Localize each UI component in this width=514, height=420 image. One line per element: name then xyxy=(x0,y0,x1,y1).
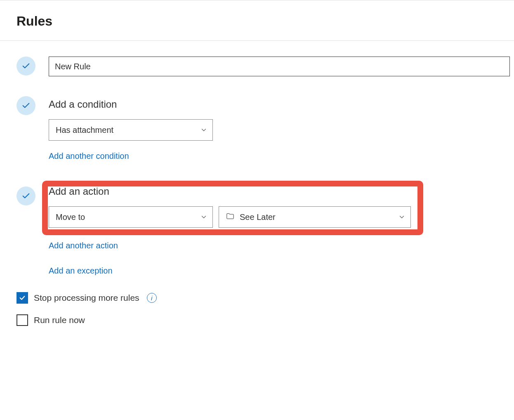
condition-dropdown[interactable]: Has attachment xyxy=(49,119,213,141)
chevron-down-icon xyxy=(200,213,207,221)
check-badge-condition xyxy=(17,96,35,115)
run-now-label: Run rule now xyxy=(34,315,85,325)
action-folder-dropdown[interactable]: See Later xyxy=(219,206,411,228)
condition-heading: Add a condition xyxy=(49,99,514,110)
rule-name-input[interactable] xyxy=(49,57,510,76)
action-highlight-region: Add an action Move to See Later xyxy=(42,181,514,235)
chevron-down-icon xyxy=(200,126,207,134)
action-type-dropdown[interactable]: Move to xyxy=(49,206,213,228)
action-folder-value: See Later xyxy=(240,212,276,222)
add-another-action-link[interactable]: Add another action xyxy=(49,241,118,250)
stop-processing-label: Stop processing more rules xyxy=(34,293,139,303)
checkmark-icon xyxy=(21,101,31,110)
chevron-down-icon xyxy=(398,213,406,221)
checkmark-icon xyxy=(21,61,31,71)
add-exception-link[interactable]: Add an exception xyxy=(49,266,113,276)
rule-name-row xyxy=(17,57,514,76)
checkmark-icon xyxy=(21,191,31,201)
check-badge-name xyxy=(17,57,35,76)
run-now-checkbox[interactable] xyxy=(17,314,28,326)
page-title: Rules xyxy=(0,0,514,40)
action-row: Add an action Move to See Later xyxy=(17,181,514,276)
folder-icon xyxy=(226,212,235,223)
action-type-value: Move to xyxy=(56,212,85,222)
run-now-row: Run rule now xyxy=(17,314,514,326)
condition-selected-value: Has attachment xyxy=(56,125,113,135)
check-badge-action xyxy=(17,186,35,205)
action-heading: Add an action xyxy=(49,186,507,197)
condition-row: Add a condition Has attachment Add anoth… xyxy=(17,96,514,161)
stop-processing-row: Stop processing more rules i xyxy=(17,292,514,304)
stop-processing-checkbox[interactable] xyxy=(17,292,28,304)
checkmark-icon xyxy=(19,294,26,302)
info-icon[interactable]: i xyxy=(147,293,157,303)
add-another-condition-link[interactable]: Add another condition xyxy=(49,151,129,161)
